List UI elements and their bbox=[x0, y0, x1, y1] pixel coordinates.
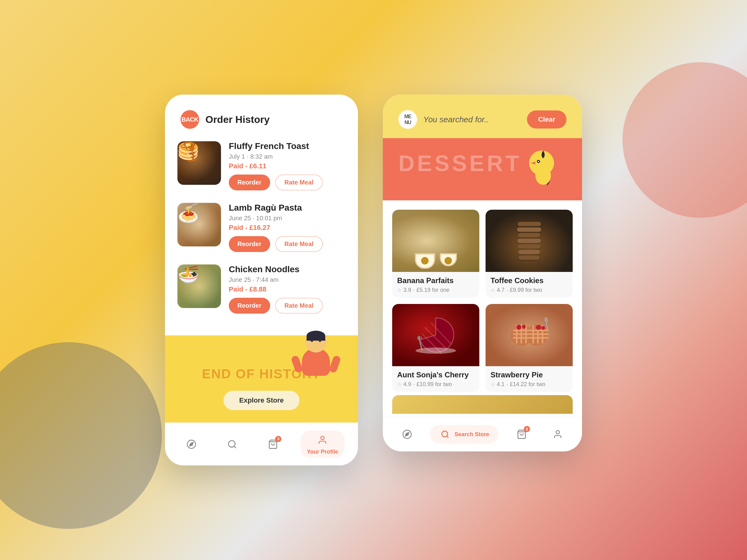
order-paid-3: Paid - £8.88 bbox=[229, 285, 345, 293]
compass-icon bbox=[185, 437, 198, 451]
reorder-button-1[interactable]: Reorder bbox=[229, 175, 270, 190]
search-icon-right bbox=[439, 429, 451, 440]
bird-illustration bbox=[495, 148, 557, 194]
sidebar-item-compass-right[interactable] bbox=[394, 425, 420, 444]
order-actions-3: Reorder Rate Meal bbox=[229, 298, 345, 314]
search-nav-label: Search Store bbox=[455, 431, 489, 438]
partial-food-image bbox=[392, 395, 573, 414]
food-meta-banana: ☆ 3.9 · £5.19 for one bbox=[397, 287, 474, 293]
star-icon: ☆ bbox=[397, 381, 402, 387]
sidebar-item-bag-right[interactable]: 3 bbox=[509, 425, 535, 444]
food-card-banana-parfaits[interactable]: Banana Parfaits ☆ 3.9 · £5.19 for one bbox=[392, 210, 479, 298]
order-paid-1: Paid - £6.11 bbox=[229, 162, 345, 170]
svg-point-2 bbox=[229, 441, 235, 447]
bag-icon: 3 bbox=[266, 437, 280, 451]
order-info-1: Fluffy French Toast July 1 · 8:32 am Pai… bbox=[229, 141, 345, 190]
table-row: 🥞 Fluffy French Toast July 1 · 8:32 am P… bbox=[177, 141, 345, 190]
food-name-toffee: Toffee Cookies bbox=[491, 276, 568, 285]
food-rating-cherry: 4.9 bbox=[403, 381, 411, 388]
svg-point-33 bbox=[522, 325, 526, 328]
food-meta-toffee: ☆ 4.7 · £9.99 for two bbox=[491, 287, 568, 293]
bg-blob-right bbox=[622, 62, 747, 218]
reorder-button-2[interactable]: Reorder bbox=[229, 236, 270, 252]
profile-icon bbox=[316, 433, 329, 447]
phone-left: BACK Order History 🥞 Fluffy French Toast… bbox=[165, 95, 358, 465]
search-icon bbox=[225, 437, 239, 451]
food-rating-banana: 3.9 bbox=[403, 287, 411, 293]
sidebar-item-bag[interactable]: 3 bbox=[260, 435, 286, 454]
star-icon: ☆ bbox=[491, 287, 495, 293]
star-icon: ☆ bbox=[491, 381, 495, 387]
svg-point-32 bbox=[516, 325, 521, 330]
profile-icon-right bbox=[551, 427, 565, 441]
svg-point-10 bbox=[535, 166, 551, 185]
bottom-nav-left: 3 Your Profile bbox=[165, 423, 358, 465]
explore-store-button[interactable]: Explore Store bbox=[224, 391, 299, 410]
order-date-3: June 25 · 7:44 am bbox=[229, 276, 345, 284]
rate-button-1[interactable]: Rate Meal bbox=[275, 175, 323, 190]
food-image-lamb-pasta: 🍝 bbox=[177, 203, 221, 246]
food-card-info-toffee: Toffee Cookies ☆ 4.7 · £9.99 for two bbox=[486, 272, 573, 298]
bag-icon-right: 3 bbox=[515, 427, 529, 441]
food-price-toffee: £9.99 for two bbox=[510, 287, 542, 293]
svg-line-43 bbox=[447, 436, 448, 437]
sidebar-item-search[interactable] bbox=[219, 435, 245, 454]
food-name-banana: Banana Parfaits bbox=[397, 276, 474, 285]
reorder-button-3[interactable]: Reorder bbox=[229, 298, 270, 314]
svg-point-34 bbox=[536, 325, 541, 330]
svg-marker-41 bbox=[405, 432, 409, 436]
food-image-banana-parfaits bbox=[392, 210, 479, 272]
food-image-toffee bbox=[486, 210, 573, 272]
svg-point-45 bbox=[556, 431, 560, 434]
sidebar-item-search-right[interactable]: Search Store bbox=[430, 425, 498, 444]
clear-button[interactable]: Clear bbox=[527, 110, 566, 129]
food-image-chicken-noodles: 🍜 bbox=[177, 264, 221, 308]
order-actions-1: Reorder Rate Meal bbox=[229, 175, 345, 190]
food-card-strawberry-pie[interactable]: Strawberry Pie ☆ 4.1 · £14.22 for two bbox=[486, 304, 573, 392]
page-title: Order History bbox=[205, 114, 269, 125]
food-meta-cherry: ☆ 4.9 · £10.99 for two bbox=[397, 381, 474, 388]
food-price-banana: £5.19 for one bbox=[416, 287, 449, 293]
search-query-text: You searched for.. bbox=[423, 115, 527, 125]
food-rating-toffee: 4.7 bbox=[497, 287, 505, 293]
phones-container: BACK Order History 🥞 Fluffy French Toast… bbox=[165, 95, 582, 465]
order-name-1: Fluffy French Toast bbox=[229, 141, 345, 151]
order-info-2: Lamb Ragù Pasta June 25 · 10:01 pm Paid … bbox=[229, 203, 345, 252]
end-of-history-section: END OF HISTORY Explore Store bbox=[165, 336, 358, 423]
table-row: 🍜 Chicken Noodles June 25 · 7:44 am Paid… bbox=[177, 264, 345, 314]
partial-food-row bbox=[383, 395, 582, 417]
sidebar-item-profile-right[interactable] bbox=[545, 425, 571, 444]
svg-point-9 bbox=[538, 161, 539, 162]
order-name-3: Chicken Noodles bbox=[229, 264, 345, 274]
profile-nav-label: Your Profile bbox=[307, 449, 338, 455]
order-history-header: BACK Order History bbox=[165, 95, 358, 138]
food-rating-strawberry: 4.1 bbox=[497, 381, 505, 388]
food-image-strawberry bbox=[486, 304, 573, 366]
food-card-cherry-pie[interactable]: Aunt Sonja's Cherry ☆ 4.9 · £10.99 for t… bbox=[392, 304, 479, 392]
bag-badge: 3 bbox=[275, 436, 281, 442]
food-name-strawberry: Strawberry Pie bbox=[491, 371, 568, 379]
food-image-french-toast: 🥞 bbox=[177, 141, 221, 185]
order-date-2: June 25 · 10:01 pm bbox=[229, 215, 345, 222]
table-row: 🍝 Lamb Ragù Pasta June 25 · 10:01 pm Pai… bbox=[177, 203, 345, 252]
star-icon: ☆ bbox=[397, 287, 402, 293]
food-price-cherry: £10.99 for two bbox=[416, 381, 452, 388]
svg-point-35 bbox=[541, 326, 545, 330]
bg-blob-left bbox=[0, 342, 162, 529]
sidebar-item-profile[interactable]: Your Profile bbox=[301, 431, 344, 458]
food-card-toffee-cookies[interactable]: Toffee Cookies ☆ 4.7 · £9.99 for two bbox=[486, 210, 573, 298]
menu-button[interactable]: MENU bbox=[398, 110, 417, 129]
character-illustration bbox=[292, 314, 339, 376]
rate-button-3[interactable]: Rate Meal bbox=[275, 298, 323, 314]
dessert-banner: DESSERT bbox=[383, 138, 582, 201]
rate-button-2[interactable]: Rate Meal bbox=[275, 236, 323, 252]
order-paid-2: Paid - £16.27 bbox=[229, 224, 345, 232]
sidebar-item-compass[interactable] bbox=[178, 435, 205, 454]
back-button[interactable]: BACK bbox=[181, 110, 199, 129]
order-name-2: Lamb Ragù Pasta bbox=[229, 203, 345, 213]
bottom-nav-right: Search Store 3 bbox=[383, 417, 582, 451]
svg-point-42 bbox=[442, 431, 448, 437]
food-grid: Banana Parfaits ☆ 3.9 · £5.19 for one bbox=[383, 201, 582, 395]
food-price-strawberry: £14.22 for two bbox=[510, 381, 545, 388]
svg-point-5 bbox=[321, 436, 324, 439]
